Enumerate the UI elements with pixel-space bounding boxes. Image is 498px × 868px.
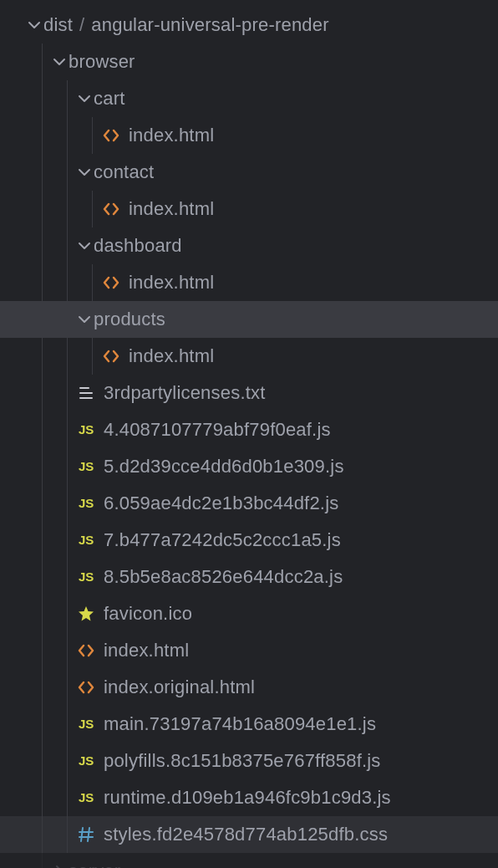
tree-folder-contact[interactable]: contact — [0, 154, 498, 191]
html-icon — [100, 348, 122, 365]
tree-file-licenses[interactable]: 3rdpartylicenses.txt — [0, 375, 498, 411]
js-icon: JS — [75, 532, 97, 549]
js-icon: JS — [75, 458, 97, 475]
chevron-down-icon — [50, 55, 69, 69]
text-icon — [75, 385, 97, 401]
tree-file-index-original[interactable]: index.original.html — [0, 669, 498, 706]
tree-file-runtime[interactable]: JS runtime.d109eb1a946fc9b1c9d3.js — [0, 779, 498, 816]
html-icon — [100, 127, 122, 144]
file-label: index.html — [104, 640, 189, 661]
html-icon — [75, 642, 97, 659]
file-label: 4.4087107779abf79f0eaf.js — [104, 419, 331, 441]
file-label: 3rdpartylicenses.txt — [104, 382, 266, 404]
tree-folder-server[interactable]: server — [0, 853, 498, 868]
folder-label: contact — [94, 161, 154, 183]
tree-file-polyfills[interactable]: JS polyfills.8c151b8375e767ff858f.js — [0, 743, 498, 779]
js-icon: JS — [75, 716, 97, 733]
tree-file-favicon[interactable]: favicon.ico — [0, 595, 498, 632]
tree-file-contact-index[interactable]: index.html — [0, 191, 498, 227]
js-icon: JS — [75, 569, 97, 585]
chevron-down-icon — [75, 166, 94, 179]
tree-file-chunk4[interactable]: JS 4.4087107779abf79f0eaf.js — [0, 411, 498, 448]
file-label: polyfills.8c151b8375e767ff858f.js — [104, 750, 381, 772]
file-label: index.html — [129, 198, 214, 220]
file-label: favicon.ico — [104, 603, 192, 625]
svg-text:JS: JS — [79, 422, 94, 437]
html-icon — [100, 274, 122, 291]
file-label: 6.059ae4dc2e1b3bc44df2.js — [104, 493, 338, 514]
folder-label: browser — [69, 51, 135, 73]
tree-folder-dist[interactable]: dist/angular-universal-pre-render — [0, 7, 498, 43]
chevron-right-icon — [50, 865, 69, 868]
file-tree: dist/angular-universal-pre-render browse… — [0, 0, 498, 868]
svg-text:JS: JS — [79, 717, 94, 731]
file-label: index.original.html — [104, 677, 255, 698]
html-icon — [75, 679, 97, 696]
chevron-down-icon — [25, 18, 43, 32]
tree-file-styles[interactable]: styles.fd2e4578d774ab125dfb.css — [0, 816, 498, 853]
tree-file-chunk7[interactable]: JS 7.b477a7242dc5c2ccc1a5.js — [0, 522, 498, 559]
tree-file-dashboard-index[interactable]: index.html — [0, 264, 498, 301]
chevron-down-icon — [75, 313, 94, 326]
tree-folder-products[interactable]: products — [0, 301, 498, 338]
tree-file-index[interactable]: index.html — [0, 632, 498, 669]
js-icon: JS — [75, 421, 97, 438]
file-label: 8.5b5e8ac8526e644dcc2a.js — [104, 566, 343, 588]
folder-label: dashboard — [94, 235, 182, 257]
folder-label: dist/angular-universal-pre-render — [43, 14, 329, 36]
css-icon — [75, 826, 97, 843]
svg-text:JS: JS — [79, 459, 94, 473]
tree-folder-cart[interactable]: cart — [0, 80, 498, 117]
file-label: main.73197a74b16a8094e1e1.js — [104, 713, 376, 735]
svg-text:JS: JS — [79, 790, 94, 804]
file-label: index.html — [129, 345, 214, 367]
tree-file-cart-index[interactable]: index.html — [0, 117, 498, 154]
tree-file-chunk6[interactable]: JS 6.059ae4dc2e1b3bc44df2.js — [0, 485, 498, 522]
tree-file-products-index[interactable]: index.html — [0, 338, 498, 375]
tree-folder-dashboard[interactable]: dashboard — [0, 227, 498, 264]
folder-label: cart — [94, 88, 124, 110]
tree-file-chunk8[interactable]: JS 8.5b5e8ac8526e644dcc2a.js — [0, 559, 498, 595]
file-label: styles.fd2e4578d774ab125dfb.css — [104, 824, 388, 845]
svg-text:JS: JS — [79, 569, 94, 584]
chevron-down-icon — [75, 239, 94, 253]
tree-folder-browser[interactable]: browser — [0, 43, 498, 80]
svg-text:JS: JS — [79, 753, 94, 768]
file-label: 5.d2d39cce4dd6d0b1e309.js — [104, 456, 344, 477]
tree-file-chunk5[interactable]: JS 5.d2d39cce4dd6d0b1e309.js — [0, 448, 498, 485]
js-icon: JS — [75, 495, 97, 512]
svg-text:JS: JS — [79, 533, 94, 547]
js-icon: JS — [75, 753, 97, 769]
folder-label: products — [94, 309, 165, 330]
file-label: runtime.d109eb1a946fc9b1c9d3.js — [104, 787, 391, 809]
svg-text:JS: JS — [79, 496, 94, 510]
folder-label: server — [69, 860, 120, 868]
chevron-down-icon — [75, 92, 94, 105]
file-label: index.html — [129, 272, 214, 294]
file-label: index.html — [129, 125, 214, 146]
file-label: 7.b477a7242dc5c2ccc1a5.js — [104, 529, 341, 551]
favicon-icon — [75, 605, 97, 622]
html-icon — [100, 201, 122, 217]
js-icon: JS — [75, 789, 97, 806]
tree-file-main[interactable]: JS main.73197a74b16a8094e1e1.js — [0, 706, 498, 743]
